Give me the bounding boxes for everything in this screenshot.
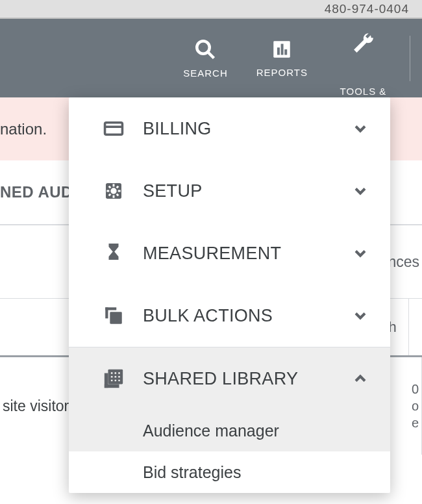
svg-rect-20 <box>110 312 121 323</box>
svg-rect-23 <box>105 384 119 388</box>
svg-line-1 <box>208 53 214 58</box>
chevron-down-icon <box>351 182 369 200</box>
reports-label: REPORTS <box>256 67 308 78</box>
svg-point-28 <box>114 376 116 378</box>
wrench-icon <box>351 8 375 79</box>
svg-point-30 <box>111 379 113 381</box>
library-icon <box>101 368 126 390</box>
gear-icon <box>101 181 126 201</box>
menu-group-billing[interactable]: BILLING <box>69 97 390 160</box>
tools-settings-menu: BILLING SETUP <box>69 97 390 493</box>
menu-group-shared-library[interactable]: SHARED LIBRARY <box>69 347 390 410</box>
header-divider <box>410 36 410 81</box>
cell-val-3: e <box>412 414 419 431</box>
chevron-up-icon <box>351 370 369 388</box>
copy-stack-icon <box>101 305 126 327</box>
row-text-fragment: site visitor <box>3 397 69 415</box>
cell-val-1: 0 <box>412 381 419 397</box>
svg-point-0 <box>197 41 210 54</box>
svg-point-27 <box>111 376 113 378</box>
menu-label: MEASUREMENT <box>143 244 351 264</box>
submenu-bid-strategies[interactable]: Bid strategies <box>69 451 390 493</box>
reports-nav[interactable]: REPORTS <box>242 19 322 97</box>
svg-point-26 <box>118 372 120 374</box>
search-icon <box>193 38 217 61</box>
svg-line-17 <box>109 194 111 196</box>
hourglass-icon <box>101 242 126 265</box>
svg-rect-6 <box>105 123 123 134</box>
notification-text-fragment: nation. <box>0 120 47 138</box>
svg-rect-4 <box>281 44 284 55</box>
menu-label: SETUP <box>143 181 351 201</box>
reports-icon <box>271 38 293 60</box>
content-text-fragment: nces <box>388 253 419 271</box>
svg-point-24 <box>111 372 113 374</box>
tab-fragment[interactable]: NED AUD <box>0 183 73 201</box>
svg-rect-19 <box>105 307 108 318</box>
svg-line-15 <box>117 194 119 196</box>
svg-point-31 <box>114 379 116 381</box>
chevron-down-icon <box>351 120 369 138</box>
svg-rect-3 <box>277 47 280 55</box>
app-header: SEARCH REPORTS TOOLS &SETTINGS <box>0 19 422 97</box>
menu-group-bulk-actions[interactable]: BULK ACTIONS <box>69 284 390 347</box>
submenu-label: Bid strategies <box>143 463 241 482</box>
submenu-label: Audience manager <box>143 422 279 440</box>
svg-rect-5 <box>285 49 288 55</box>
menu-label: SHARED LIBRARY <box>143 369 351 389</box>
svg-line-14 <box>109 186 111 188</box>
svg-point-9 <box>110 188 116 194</box>
svg-point-25 <box>114 372 116 374</box>
chevron-down-icon <box>351 307 369 325</box>
menu-group-measurement[interactable]: MEASUREMENT <box>69 222 390 284</box>
tools-settings-nav[interactable]: TOOLS &SETTINGS <box>322 19 404 97</box>
svg-point-29 <box>118 376 120 378</box>
search-label: SEARCH <box>183 68 228 79</box>
menu-group-setup[interactable]: SETUP <box>69 160 390 222</box>
chevron-down-icon <box>351 244 369 262</box>
billing-icon <box>101 118 126 140</box>
svg-point-32 <box>118 379 120 381</box>
svg-line-16 <box>117 186 119 188</box>
menu-label: BILLING <box>143 119 351 139</box>
submenu-audience-manager[interactable]: Audience manager <box>69 410 390 451</box>
cell-val-2: o <box>412 397 419 414</box>
menu-label: BULK ACTIONS <box>143 306 351 326</box>
search-nav[interactable]: SEARCH <box>169 19 242 97</box>
